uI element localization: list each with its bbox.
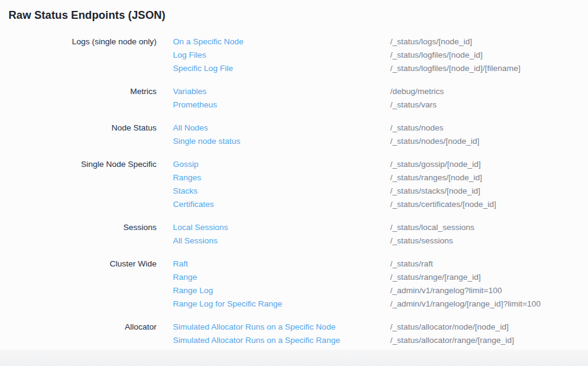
category-spacer [8,62,173,75]
endpoint-sections: Logs (single node only)On a Specific Nod… [8,35,588,347]
endpoint-link[interactable]: All Sessions [173,236,218,245]
endpoint-link[interactable]: Certificates [173,200,214,209]
category-spacer [8,185,173,198]
category-label: Cluster Wide [8,257,173,271]
category-spacer [8,198,173,211]
endpoint-link-cell: Range Log [173,284,390,297]
category-spacer [8,334,173,347]
category-spacer [8,297,173,311]
endpoint-path: /_admin/v1/rangelog?limit=100 [390,284,588,297]
endpoint-link-cell: Variables [173,85,390,98]
endpoint-path: /_status/local_sessions [390,221,588,234]
endpoint-link-cell: Stacks [173,185,390,198]
endpoint-link[interactable]: Ranges [173,173,201,182]
endpoint-link[interactable]: Prometheus [173,100,217,109]
endpoint-link-cell: All Nodes [173,121,390,135]
endpoint-link-cell: Local Sessions [173,221,390,234]
category-label: Metrics [8,85,173,98]
endpoint-link-cell: Certificates [173,198,390,211]
endpoint-link-cell: On a Specific Node [173,35,390,49]
debug-endpoints-page: Raw Status Endpoints (JSON) Logs (single… [0,0,588,347]
endpoint-path: /_status/stacks/[node_id] [390,185,588,198]
category-spacer [8,271,173,284]
endpoint-path: /debug/metrics [390,85,588,98]
category-label: Allocator [8,320,173,334]
endpoint-section: Logs (single node only)On a Specific Nod… [8,35,588,75]
endpoint-path: /_status/logfiles/[node_id]/[filename] [390,62,588,75]
endpoint-path: /_admin/v1/rangelog/[range_id]?limit=100 [390,297,588,311]
category-label: Node Status [8,121,173,135]
category-spacer [8,98,173,112]
endpoint-path: /_status/range/[range_id] [390,271,588,284]
endpoint-link[interactable]: Single node status [173,137,240,146]
endpoint-link[interactable]: Simulated Allocator Runs on a Specific R… [173,336,340,345]
footer-strip [0,350,588,366]
category-label: Logs (single node only) [8,35,173,49]
endpoint-link-cell: Log Files [173,49,390,62]
category-spacer [8,49,173,62]
endpoint-link[interactable]: Simulated Allocator Runs on a Specific N… [173,322,336,331]
endpoint-path: /_status/vars [390,98,588,112]
category-label: Single Node Specific [8,158,173,171]
endpoint-link-cell: Specific Log File [173,62,390,75]
endpoint-link[interactable]: Range Log [173,286,213,295]
endpoint-link-cell: Simulated Allocator Runs on a Specific N… [173,320,390,334]
endpoint-link[interactable]: All Nodes [173,123,208,132]
endpoint-path: /_status/allocator/range/[range_id] [390,334,588,347]
endpoint-link-cell: Simulated Allocator Runs on a Specific R… [173,334,390,347]
endpoint-link[interactable]: Range Log for Specific Range [173,299,282,308]
endpoint-path: /_status/nodes [390,121,588,135]
endpoint-link[interactable]: Range [173,273,197,282]
endpoint-path: /_status/logfiles/[node_id] [390,49,588,62]
endpoint-path: /_status/logs/[node_id] [390,35,588,49]
category-spacer [8,284,173,297]
endpoint-link-cell: Range [173,271,390,284]
page-title: Raw Status Endpoints (JSON) [8,8,588,22]
endpoint-link-cell: Prometheus [173,98,390,112]
endpoint-path: /_status/sessions [390,234,588,248]
endpoint-link-cell: All Sessions [173,234,390,248]
endpoint-link-cell: Gossip [173,158,390,171]
endpoint-link[interactable]: Stacks [173,186,198,195]
category-spacer [8,234,173,248]
endpoint-link[interactable]: On a Specific Node [173,37,243,46]
category-label: Sessions [8,221,173,234]
endpoint-link[interactable]: Local Sessions [173,223,228,232]
category-spacer [8,135,173,148]
endpoint-path: /_status/raft [390,257,588,271]
endpoint-section: AllocatorSimulated Allocator Runs on a S… [8,320,588,347]
endpoint-section: Cluster WideRaft/_status/raftRange/_stat… [8,257,588,311]
endpoint-link[interactable]: Variables [173,87,206,96]
endpoint-path: /_status/gossip/[node_id] [390,158,588,171]
endpoint-link-cell: Range Log for Specific Range [173,297,390,311]
endpoint-link-cell: Ranges [173,171,390,185]
endpoint-link[interactable]: Raft [173,259,188,268]
endpoint-path: /_status/allocator/node/[node_id] [390,320,588,334]
endpoint-path: /_status/nodes/[node_id] [390,135,588,148]
endpoint-link[interactable]: Specific Log File [173,64,233,73]
endpoint-section: Node StatusAll Nodes/_status/nodesSingle… [8,121,588,148]
endpoint-link[interactable]: Gossip [173,160,198,169]
endpoint-path: /_status/ranges/[node_id] [390,171,588,185]
endpoint-section: MetricsVariables/debug/metricsPrometheus… [8,85,588,112]
endpoint-link-cell: Single node status [173,135,390,148]
endpoint-section: Single Node SpecificGossip/_status/gossi… [8,158,588,211]
category-spacer [8,171,173,185]
endpoint-path: /_status/certificates/[node_id] [390,198,588,211]
endpoint-section: SessionsLocal Sessions/_status/local_ses… [8,221,588,248]
endpoint-link[interactable]: Log Files [173,50,206,59]
endpoint-link-cell: Raft [173,257,390,271]
